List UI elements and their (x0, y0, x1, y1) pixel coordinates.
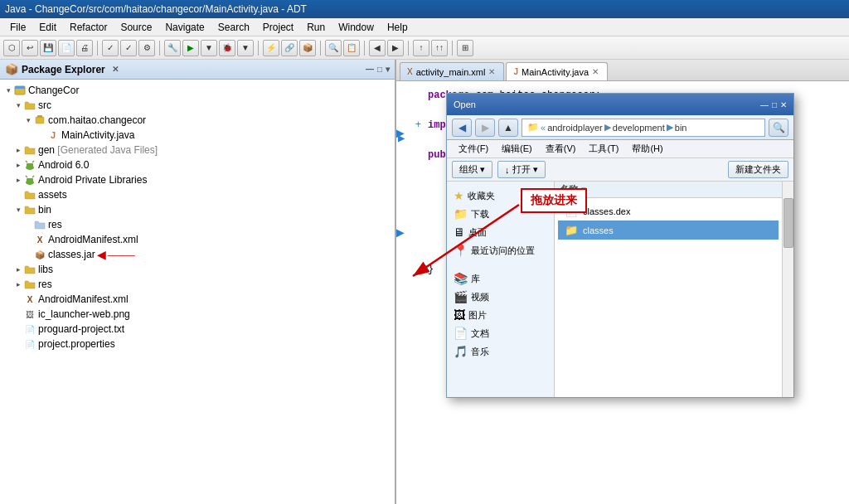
toolbar-btn-14[interactable]: 🔗 (281, 40, 298, 56)
menu-source[interactable]: Source (114, 20, 158, 35)
dialog-menu-view[interactable]: 查看(V) (539, 142, 583, 156)
toolbar-btn-22[interactable]: ⊞ (457, 40, 473, 56)
dialog-forward-btn[interactable]: ▶ (475, 119, 495, 137)
tree-item-res-bin[interactable]: res (0, 217, 395, 232)
toolbar-btn-12[interactable]: ▼ (237, 40, 254, 56)
toolbar-btn-10[interactable]: ▼ (201, 40, 217, 56)
dialog-search-btn[interactable]: 🔍 (769, 119, 788, 137)
toolbar-sep-7 (452, 41, 453, 56)
toolbar-btn-3[interactable]: 💾 (40, 40, 56, 56)
toolbar-btn-15[interactable]: 📦 (299, 40, 316, 56)
menu-file[interactable]: File (3, 20, 32, 35)
tree-arrow-android-private[interactable] (13, 176, 23, 184)
pkg-header-close-icon[interactable]: ✕ (112, 65, 119, 74)
toolbar-btn-11[interactable]: 🐞 (219, 40, 235, 56)
toolbar-btn-13[interactable]: ⚡ (263, 40, 279, 56)
tree-item-ic-launcher[interactable]: 🖼 ic_launcher-web.png (0, 307, 395, 322)
minimize-icon[interactable]: — (366, 65, 374, 74)
dialog-minimize[interactable]: — (760, 100, 769, 109)
toolbar-btn-4[interactable]: 📄 (58, 40, 75, 56)
view-menu-icon[interactable]: ▾ (386, 65, 390, 74)
dialog-files-list[interactable]: 📄 classes.dex 📁 classes (555, 198, 782, 397)
tree-arrow-com-haitao[interactable] (23, 116, 33, 124)
organize-btn[interactable]: 组织 ▾ (452, 161, 492, 178)
tree-item-assets[interactable]: assets (0, 187, 395, 202)
files-header-sort-arrow: ▾ (581, 184, 586, 195)
tree-item-classes-jar[interactable]: 📦 classes.jar ◀ ——— (0, 247, 395, 262)
nav-item-pictures[interactable]: 🖼 图片 (450, 306, 551, 324)
toolbar-btn-7[interactable]: ✓ (120, 40, 137, 56)
nav-item-recent[interactable]: 📍 最近访问的位置 (450, 241, 551, 259)
tree-item-changecor[interactable]: ChangeCor (0, 83, 395, 98)
toolbar-btn-6[interactable]: ✓ (102, 40, 119, 56)
toolbar-btn-21[interactable]: ↑↑ (431, 40, 448, 56)
dialog-up-btn[interactable]: ▲ (498, 119, 518, 137)
menu-help[interactable]: Help (381, 20, 415, 35)
tree-item-gen[interactable]: gen [Generated Java Files] (0, 143, 395, 158)
dialog-restore[interactable]: □ (772, 100, 777, 109)
tree-item-android60[interactable]: Android 6.0 (0, 158, 395, 172)
toolbar-btn-8[interactable]: ⚙ (138, 40, 155, 56)
toolbar-btn-19[interactable]: ▶ (387, 40, 404, 56)
toolbar-btn-run[interactable]: ▶ (182, 40, 199, 56)
tree-item-libs[interactable]: libs (0, 262, 395, 277)
tab-close-activity-main[interactable]: ✕ (488, 67, 495, 76)
dialog-close[interactable]: ✕ (780, 100, 787, 109)
tree-item-project-props[interactable]: 📄 project.properties (0, 337, 395, 351)
menu-refactor[interactable]: Refactor (63, 20, 114, 35)
nav-item-music[interactable]: 🎵 音乐 (450, 342, 551, 361)
toolbar-btn-5[interactable]: 🖨 (76, 40, 93, 56)
nav-item-favorites[interactable]: ★ 收藏夹 (450, 187, 551, 205)
nav-item-desktop[interactable]: 🖥 桌面 (450, 223, 551, 241)
nav-item-videos[interactable]: 🎬 视频 (450, 288, 551, 306)
tree-arrow-changecor[interactable] (3, 86, 13, 94)
dialog-menu-help[interactable]: 帮助(H) (625, 142, 669, 156)
tab-close-mainactivity[interactable]: ✕ (592, 67, 599, 76)
menu-run[interactable]: Run (300, 20, 332, 35)
dialog-menu-file[interactable]: 文件(F) (452, 142, 495, 156)
tree-item-bin[interactable]: bin (0, 202, 395, 217)
tree-item-proguard[interactable]: 📄 proguard-project.txt (0, 322, 395, 337)
toolbar-btn-9[interactable]: 🔧 (164, 40, 181, 56)
maximize-icon[interactable]: □ (377, 65, 382, 74)
menu-window[interactable]: Window (332, 20, 381, 35)
tree-item-com-haitao[interactable]: com.haitao.changecor (0, 113, 395, 128)
toolbar-btn-20[interactable]: ↑ (413, 40, 429, 56)
tree-item-android-private[interactable]: Android Private Libraries (0, 172, 395, 187)
tree-item-res[interactable]: res (0, 277, 395, 292)
dialog-scrollbar[interactable] (782, 182, 793, 397)
dialog-menu-edit[interactable]: 编辑(E) (495, 142, 539, 156)
dialog-path-bar[interactable]: 📁 « androidplayer ▶ development ▶ bin (522, 119, 765, 137)
tree-item-mainactivity[interactable]: J MainActivity.java (0, 128, 395, 143)
toolbar-btn-17[interactable]: 📋 (343, 40, 360, 56)
new-folder-btn[interactable]: 新建文件夹 (728, 161, 788, 178)
tree-arrow-res[interactable] (13, 280, 23, 288)
open-btn[interactable]: ↓ 打开 ▾ (497, 161, 546, 178)
tab-activity-main[interactable]: X activity_main.xml ✕ (400, 62, 504, 80)
tree-item-androidmanifest[interactable]: X AndroidManifest.xml (0, 292, 395, 307)
tree-arrow-android60[interactable] (13, 161, 23, 169)
file-item-classes-dex[interactable]: 📄 classes.dex (558, 201, 779, 220)
tab-mainactivity[interactable]: J MainActivity.java ✕ (506, 62, 608, 80)
menu-search[interactable]: Search (211, 20, 256, 35)
dialog-back-btn[interactable]: ◀ (452, 119, 472, 137)
tree-arrow-src[interactable] (13, 101, 23, 109)
tree-arrow-libs[interactable] (13, 265, 23, 274)
menu-project[interactable]: Project (256, 20, 300, 35)
toolbar-btn-16[interactable]: 🔍 (325, 40, 342, 56)
tree-item-src[interactable]: src (0, 98, 395, 113)
tree-item-androidmanifest-bin[interactable]: X AndroidManifest.xml (0, 232, 395, 247)
file-item-classes[interactable]: 📁 classes (558, 220, 779, 240)
nav-item-documents[interactable]: 📄 文档 (450, 324, 551, 342)
nav-item-libraries[interactable]: 📚 库 (450, 269, 551, 288)
scrollbar-thumb[interactable] (784, 198, 793, 248)
tree-arrow-bin[interactable] (13, 206, 23, 214)
menu-edit[interactable]: Edit (32, 20, 63, 35)
dialog-menu-tools[interactable]: 工具(T) (582, 142, 625, 156)
nav-item-downloads[interactable]: 📁 下载 (450, 205, 551, 223)
toolbar-btn-1[interactable]: ⬡ (3, 40, 20, 56)
tree-arrow-gen[interactable] (13, 146, 23, 154)
toolbar-btn-18[interactable]: ◀ (369, 40, 386, 56)
toolbar-btn-2[interactable]: ↩ (22, 40, 38, 56)
menu-navigate[interactable]: Navigate (158, 20, 211, 35)
